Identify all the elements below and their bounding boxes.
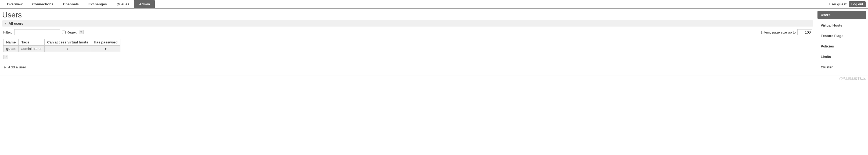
section-add-user-title: Add a user [8,65,26,69]
nav-tab-queues[interactable]: Queues [112,0,134,8]
nav-tab-connections[interactable]: Connections [27,0,58,8]
nav-tabs: Overview Connections Channels Exchanges … [2,0,155,8]
regex-checkbox[interactable] [62,31,66,34]
user-name: guest [837,2,846,6]
regex-help-button[interactable]: ? [79,30,84,34]
logout-button[interactable]: Log out [849,1,866,7]
filter-row: Filter: Regex ? 1 item, page size up to [2,27,813,38]
page-title: Users [2,11,813,19]
cell-has-password: ● [91,46,120,52]
table-row[interactable]: guest administrator / ● [3,46,120,52]
sidebar-item-virtual-hosts[interactable]: Virtual Hosts [817,21,866,30]
pager-text: 1 item, page size up to [761,30,796,34]
col-has-password[interactable]: Has password [91,39,120,46]
col-vhosts[interactable]: Can access virtual hosts [44,39,91,46]
regex-label-wrap: Regex [62,30,77,34]
col-name[interactable]: Name [3,39,19,46]
section-all-users-title: All users [9,22,23,26]
user-label: User [829,2,836,6]
cell-vhosts: / [44,46,91,52]
section-add-user-header[interactable]: ▶ Add a user [2,60,813,71]
page-size-input[interactable] [797,29,812,35]
nav-tab-overview[interactable]: Overview [2,0,27,8]
filter-label: Filter: [3,30,12,34]
sidebar-item-limits[interactable]: Limits [817,52,866,61]
admin-sidebar: Users Virtual Hosts Feature Flags Polici… [817,11,866,74]
section-all-users-header[interactable]: ▼ All users [2,21,813,27]
nav-tab-admin[interactable]: Admin [134,0,155,8]
sidebar-item-users[interactable]: Users [817,11,866,19]
table-help-button[interactable]: ? [3,55,8,59]
chevron-right-icon: ▶ [4,66,6,69]
regex-label: Regex [67,30,77,34]
sidebar-item-feature-flags[interactable]: Feature Flags [817,32,866,40]
nav-tab-channels[interactable]: Channels [58,0,84,8]
users-table: Name Tags Can access virtual hosts Has p… [3,39,120,52]
col-tags[interactable]: Tags [19,39,44,46]
filter-input[interactable] [14,29,60,35]
watermark: @稀土掘金技术社区 [0,76,868,80]
sidebar-item-policies[interactable]: Policies [817,42,866,50]
pager: 1 item, page size up to [761,29,812,35]
cell-tags: administrator [19,46,44,52]
user-info: User guest Log out [829,1,866,7]
chevron-down-icon: ▼ [4,22,7,25]
nav-tab-exchanges[interactable]: Exchanges [84,0,112,8]
sidebar-item-cluster[interactable]: Cluster [817,63,866,71]
cell-name: guest [3,46,19,52]
top-nav: Overview Connections Channels Exchanges … [0,0,868,9]
